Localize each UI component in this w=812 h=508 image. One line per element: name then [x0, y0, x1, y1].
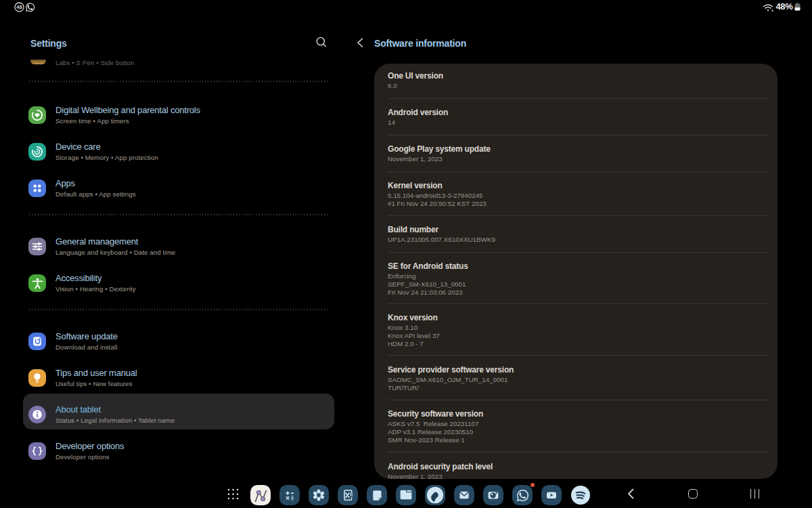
svg-text:48: 48	[16, 4, 22, 10]
